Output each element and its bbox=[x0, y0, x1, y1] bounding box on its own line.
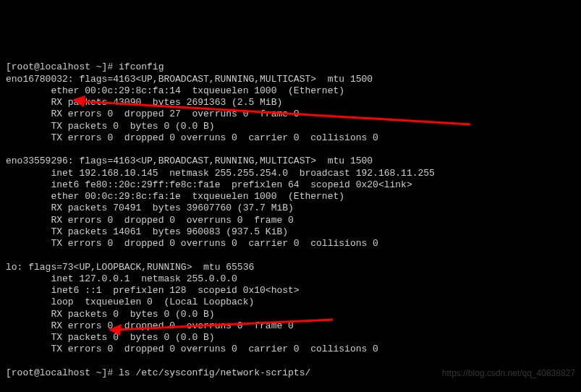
lo-rx-errors: RX errors 0 dropped 0 overruns 0 frame 0 bbox=[6, 320, 294, 331]
if2-header: eno33559296: flags=4163<UP,BROADCAST,RUN… bbox=[6, 155, 373, 166]
if1-rx-errors: RX errors 0 dropped 27 overruns 0 frame … bbox=[6, 108, 300, 119]
watermark: https://blog.csdn.net/qq_40838827 bbox=[442, 368, 575, 379]
lo-rx-packets: RX packets 0 bytes 0 (0.0 B) bbox=[6, 309, 215, 320]
if2-rx-errors: RX errors 0 dropped 0 overruns 0 frame 0 bbox=[6, 215, 294, 226]
if2-tx-errors: TX errors 0 dropped 0 overruns 0 carrier… bbox=[6, 238, 378, 249]
lo-loop: loop txqueuelen 0 (Local Loopback) bbox=[6, 297, 254, 307]
if2-rx-packets: RX packets 70491 bytes 39607760 (37.7 Mi… bbox=[6, 203, 294, 213]
if1-rx-packets: RX packets 43090 bytes 2691363 (2.5 MiB) bbox=[6, 97, 282, 108]
if2-inet6: inet6 fe80::20c:29ff:fe8c:fa1e prefixlen… bbox=[6, 179, 412, 190]
if2-ether: ether 00:0c:29:8c:fa:1e txqueuelen 1000 … bbox=[6, 191, 344, 202]
if2-inet: inet 192.168.10.145 netmask 255.255.254.… bbox=[6, 168, 435, 179]
terminal-output: [root@localhost ~]# ifconfig eno16780032… bbox=[6, 50, 575, 379]
lo-header: lo: flags=73<UP,LOOPBACK,RUNNING> mtu 65… bbox=[6, 262, 254, 273]
prompt-line-2[interactable]: [root@localhost ~]# ls /etc/sysconfig/ne… bbox=[6, 367, 310, 378]
if2-tx-packets: TX packets 14061 bytes 960083 (937.5 KiB… bbox=[6, 226, 288, 237]
prompt-line-1[interactable]: [root@localhost ~]# ifconfig bbox=[6, 61, 164, 72]
if1-tx-packets: TX packets 0 bytes 0 (0.0 B) bbox=[6, 121, 215, 132]
lo-tx-errors: TX errors 0 dropped 0 overruns 0 carrier… bbox=[6, 344, 378, 354]
if1-tx-errors: TX errors 0 dropped 0 overruns 0 carrier… bbox=[6, 132, 378, 143]
if1-header: eno16780032: flags=4163<UP,BROADCAST,RUN… bbox=[6, 74, 373, 85]
lo-inet6: inet6 ::1 prefixlen 128 scopeid 0x10<hos… bbox=[6, 285, 300, 296]
lo-inet: inet 127.0.0.1 netmask 255.0.0.0 bbox=[6, 273, 237, 284]
if1-ether: ether 00:0c:29:8c:fa:14 txqueuelen 1000 … bbox=[6, 85, 344, 96]
lo-tx-packets: TX packets 0 bytes 0 (0.0 B) bbox=[6, 332, 215, 343]
